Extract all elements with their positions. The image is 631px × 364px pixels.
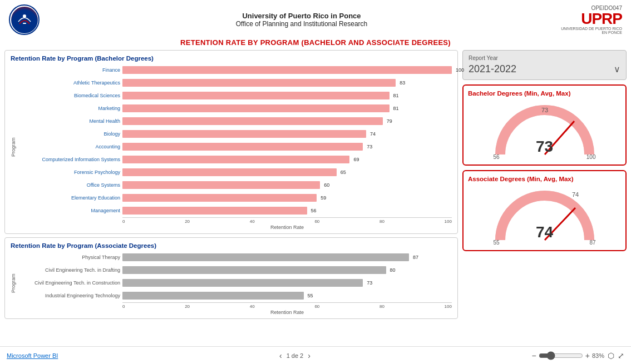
zoom-slider[interactable] — [539, 351, 583, 360]
zoom-in-button[interactable]: + — [585, 351, 590, 360]
bar-value: 81 — [393, 106, 399, 111]
bar-value: 87 — [413, 255, 418, 260]
bachelor-gauge-value: 73 — [536, 138, 553, 156]
next-page-button[interactable]: › — [308, 351, 310, 360]
svg-point-1 — [23, 14, 26, 18]
zoom-controls: − + 83% — [532, 351, 604, 360]
bachelor-gauge-max: 100 — [586, 154, 596, 160]
associate-gauge-container: 74 74 55 87 — [489, 185, 600, 246]
table-row: Computerized Information Systems69 — [19, 153, 452, 166]
bar-label: Accounting — [19, 144, 122, 149]
logo-right: OPEIDO047 UPRP UNIVERSIDAD DE PUERTO RIC… — [555, 5, 622, 34]
svg-point-0 — [14, 10, 34, 30]
associate-chart-title: Retention Rate by Program (Associate Deg… — [11, 242, 452, 249]
associate-bar-chart: Program Physical Therapy87Civil Engineer… — [11, 251, 452, 315]
bar-fill — [122, 104, 390, 112]
bar-container: 59 — [122, 194, 452, 202]
bar-container: 81 — [122, 104, 452, 112]
x-tick: 80 — [379, 304, 384, 309]
associate-chart-box: Retention Rate by Program (Associate Deg… — [4, 237, 458, 319]
prev-page-button[interactable]: ‹ — [279, 351, 282, 360]
university-logo — [9, 4, 40, 35]
bar-fill — [122, 66, 452, 74]
bar-label: Finance — [19, 67, 122, 73]
table-row: Forensic Psychology65 — [19, 166, 452, 178]
table-row: Athletic Therapeutics83 — [19, 77, 452, 89]
x-tick: 80 — [379, 219, 384, 224]
header: University of Puerto Rico in Ponce Offic… — [0, 0, 631, 37]
bar-value: 65 — [341, 169, 346, 175]
bar-label: Physical Therapy — [19, 255, 122, 260]
bar-label: Office Systems — [19, 182, 122, 188]
bar-value: 55 — [308, 293, 313, 298]
uprp-subtitle: UNIVERSIDAD DE PUERTO RICO EN PONCE — [555, 27, 622, 34]
bar-label: Industrial Engineering Technology — [19, 293, 122, 298]
associate-gauge-title: Associate Degrees (Min, Avg, Max) — [468, 176, 574, 182]
bachelor-gauge-container: 73 73 56 100 — [489, 99, 600, 160]
bachelor-gauge-title: Bachelor Degrees (Min, Avg, Max) — [468, 90, 570, 97]
table-row: Accounting73 — [19, 141, 452, 153]
page-title: RETENTION RATE BY PROGRAM (BACHELOR AND … — [0, 37, 631, 50]
bar-label: Forensic Psychology — [19, 169, 122, 175]
bar-fill — [122, 92, 390, 99]
bar-container: 100 — [122, 66, 452, 74]
fullscreen-button[interactable]: ⤢ — [618, 351, 624, 360]
bar-container: 73 — [122, 143, 452, 151]
bachelor-bar-chart: Program Finance100Athletic Therapeutics8… — [11, 64, 452, 230]
bachelor-x-axis-label: Retention Rate — [122, 225, 452, 230]
zoom-level: 83% — [592, 352, 604, 359]
bar-value: 83 — [400, 80, 405, 86]
bar-label: Athletic Therapeutics — [19, 80, 122, 86]
bar-fill — [122, 79, 396, 87]
table-row: Biology74 — [19, 128, 452, 140]
zoom-out-button[interactable]: − — [532, 351, 536, 360]
page-indicator: 1 de 2 — [287, 352, 304, 359]
bar-fill — [122, 207, 307, 215]
table-row: Civil Engineering Tech. in Construction7… — [19, 277, 452, 289]
bar-fill — [122, 143, 363, 151]
svg-text:74: 74 — [571, 191, 578, 198]
table-row: Civil Engineering Tech. in Drafting80 — [19, 264, 452, 276]
bar-fill — [122, 117, 383, 125]
bar-fill — [122, 194, 317, 202]
x-tick: 100 — [445, 304, 452, 309]
bar-value: 60 — [324, 182, 329, 188]
logo-inner — [11, 7, 38, 33]
svg-text:73: 73 — [541, 107, 548, 113]
bar-value: 79 — [387, 118, 392, 124]
associate-x-axis-label: Retention Rate — [122, 310, 452, 315]
x-tick: 60 — [314, 304, 319, 309]
x-tick: 40 — [250, 304, 255, 309]
bachelor-chart-title: Retention Rate by Program (Bachelor Degr… — [11, 55, 452, 62]
logo-left — [9, 4, 48, 35]
export-button[interactable]: ⬡ — [608, 351, 614, 360]
bar-value: 74 — [370, 131, 376, 137]
report-year-label: Report Year — [469, 55, 620, 61]
table-row: Elementary Education59 — [19, 192, 452, 204]
table-row: Biomedical Sciences81 — [19, 89, 452, 102]
svg-rect-2 — [23, 23, 26, 24]
table-row: Marketing81 — [19, 102, 452, 114]
associate-gauge-value: 74 — [536, 223, 553, 241]
bar-label: Civil Engineering Tech. in Drafting — [19, 267, 122, 273]
bachelor-gauge-box: Bachelor Degrees (Min, Avg, Max) — [462, 84, 627, 166]
bar-label: Computerized Information Systems — [19, 157, 122, 162]
bar-container: 56 — [122, 207, 452, 215]
associate-x-axis: 020406080100 — [122, 302, 452, 309]
bar-label: Civil Engineering Tech. in Construction — [19, 280, 122, 286]
x-tick: 60 — [314, 219, 319, 224]
header-center: University of Puerto Rico in Ponce Offic… — [48, 12, 555, 28]
bachelor-x-axis: 020406080100 — [122, 217, 452, 224]
associate-gauge-min: 55 — [494, 240, 500, 246]
power-bi-link[interactable]: Microsoft Power BI — [7, 352, 58, 359]
bar-container: 65 — [122, 168, 452, 176]
bar-fill — [122, 279, 363, 287]
table-row: Management56 — [19, 205, 452, 217]
bar-value: 56 — [311, 208, 317, 213]
report-year-select[interactable]: 2021-2022 ∨ — [469, 63, 620, 75]
bar-container: 80 — [122, 266, 452, 274]
bar-container: 69 — [122, 156, 452, 163]
left-area: Retention Rate by Program (Bachelor Degr… — [4, 50, 458, 344]
bachelor-chart-box: Retention Rate by Program (Bachelor Degr… — [4, 50, 458, 234]
associate-y-axis-label: Program — [11, 251, 18, 315]
